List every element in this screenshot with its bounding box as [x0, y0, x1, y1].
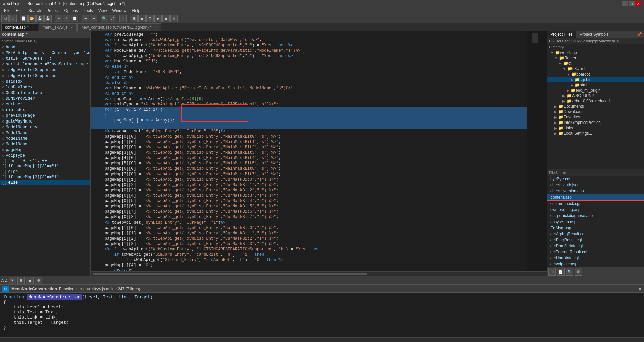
tree-local[interactable]: ▶📁Local Settings... — [547, 131, 644, 136]
save-button[interactable]: 💾 — [36, 15, 44, 22]
sym-if1[interactable]: {}if pageMap[1][3]=="1" — [0, 164, 90, 169]
menu-tools[interactable]: Tools — [81, 8, 96, 14]
menu-help[interactable]: Help — [129, 8, 143, 14]
back-button[interactable]: ◁ — [1, 15, 9, 22]
sym-modelname2[interactable]: ◇ModelName — [0, 136, 90, 141]
az-list[interactable]: ☰ — [26, 277, 34, 284]
sym-ddns[interactable]: ◇DDNSProvider — [0, 96, 90, 101]
tree-wsc-upnp[interactable]: ▶📁WSC_UPNP — [547, 93, 644, 98]
tab-project-symbols[interactable]: Project Symbols — [576, 31, 612, 38]
code-view[interactable]: var previousPage = ""; var gateWayName =… — [91, 31, 527, 271]
file-getvoip[interactable]: getvoipidle.asp — [547, 261, 644, 267]
sym-pageMap[interactable]: ◇pageMap — [0, 147, 90, 153]
file-getping[interactable]: getPingResult.cgi — [547, 237, 644, 243]
sym-else2[interactable]: {}else — [0, 180, 90, 185]
tree-html[interactable]: ▶📁html — [547, 82, 644, 88]
az-grid[interactable]: ⊞ — [17, 277, 25, 284]
tree-downloads[interactable]: ▶📁Downloads — [547, 109, 644, 114]
tab-content-asp[interactable]: content.asp * ✕ — [1, 23, 38, 31]
tb-extra3[interactable]: ⚙ — [146, 15, 154, 22]
editor-hscrollbar[interactable] — [91, 271, 547, 276]
tb-extra4[interactable]: ▶ — [154, 15, 162, 22]
undo-button[interactable]: ↩ — [82, 15, 89, 22]
tree-boaroot[interactable]: ▼📁boaroot — [547, 71, 644, 77]
right-panel-pin[interactable]: 📌 — [635, 31, 644, 38]
tree-zebra[interactable]: ▶📁zebra-0.93a_reduced — [547, 98, 644, 104]
menu-options[interactable]: Options — [61, 8, 80, 14]
tab-close-icon[interactable]: ✕ — [32, 26, 34, 29]
right-tb-3[interactable]: 🔍 — [566, 268, 573, 276]
sym-gatewayName[interactable]: ◇gateWayName — [0, 118, 90, 124]
open-button[interactable]: 📂 — [28, 15, 36, 22]
sym-title[interactable]: ◇title: SKYWORTH ; — [0, 56, 90, 61]
maximize-button[interactable]: □ — [629, 1, 635, 6]
sym-lanDevIndex[interactable]: ◇lanDevIndex — [0, 84, 90, 90]
menu-project[interactable]: Project — [44, 8, 61, 14]
az-settings[interactable]: ⚙ — [35, 277, 42, 284]
tree-ct[interactable]: ▼📁ct — [547, 61, 644, 66]
tree-webPage[interactable]: ▼📁webPage — [547, 50, 644, 55]
goto-button[interactable]: → — [119, 15, 127, 22]
file-gettrace[interactable]: getTracentResult.cgi — [547, 249, 644, 255]
file-cwmpsetting[interactable]: cwmpsetting.asp — [547, 207, 644, 213]
sym-isHguViettel2[interactable]: ◇isHguViettelSupported — [0, 73, 90, 79]
az-sort[interactable]: ▼ — [9, 277, 16, 284]
bottom-scrollbar[interactable] — [0, 337, 644, 342]
paste-button[interactable]: 📋 — [71, 15, 78, 22]
sym-ripIndex[interactable]: ◇ripIndex — [0, 107, 90, 113]
minimize-button[interactable]: — — [622, 1, 628, 6]
tb-extra6[interactable]: ⏸ — [170, 15, 178, 22]
right-tb-2[interactable]: 📄 — [557, 268, 565, 276]
right-tb-4[interactable]: ⚙ — [575, 268, 582, 276]
sym-modelname3[interactable]: ◇ModelName — [0, 141, 90, 147]
tab-menu-skyw[interactable]: menu_skyw.js ✕ — [39, 23, 77, 31]
redo-button[interactable]: ↪ — [90, 15, 97, 22]
sym-for[interactable]: {}for i=0;i<11;i++ — [0, 158, 90, 164]
file-getarping[interactable]: getArpingResult.cgi — [547, 231, 644, 237]
sym-previousPage[interactable]: ◇previousPage — [0, 113, 90, 118]
file-check-auth[interactable]: check_auth.json — [547, 182, 644, 188]
close-button[interactable]: ✕ — [635, 1, 641, 6]
menu-file[interactable]: File — [1, 8, 13, 14]
menu-window[interactable]: Window — [110, 8, 129, 14]
sym-isHguViettel1[interactable]: ◇isHguViettelSupported — [0, 67, 90, 73]
tb-extra1[interactable]: ⊞ — [130, 15, 138, 22]
file-getupnp[interactable]: getUpnpInfo.cgi — [547, 255, 644, 261]
find-button[interactable]: 🔍 — [101, 15, 108, 22]
tree-cgi-bin[interactable]: ▶📁cgi-bin — [547, 77, 644, 82]
tree-e8c_ml[interactable]: ▼📁e8c_ml — [547, 66, 644, 71]
right-tb-1[interactable]: ⊞ — [548, 268, 556, 276]
file-easysetup[interactable]: easysetup.asp — [547, 219, 644, 225]
file-diag[interactable]: diag-quickdiagnose.asp — [547, 213, 644, 219]
tab-project-files[interactable]: Project Files — [547, 31, 576, 38]
save-all-button[interactable]: 💾 — [44, 15, 52, 22]
file-errmsg[interactable]: ErrMsg.asp — [547, 225, 644, 231]
sym-head[interactable]: ◇head — [0, 44, 90, 50]
copy-button[interactable]: ⎘ — [63, 15, 70, 22]
tab-close-icon[interactable]: ✕ — [70, 26, 73, 29]
sym-voipType[interactable]: ◇voipType — [0, 153, 90, 158]
file-byebye[interactable]: byeBye.cgi — [547, 176, 644, 182]
sym-ssidIdx[interactable]: ◇ssidIdx — [0, 79, 90, 84]
tree-links[interactable]: ▶📁Links — [547, 125, 644, 131]
bottom-panel-close[interactable]: ✕ — [638, 286, 642, 292]
sym-modelname1[interactable]: ◇ModelName — [0, 130, 90, 136]
tb-extra2[interactable]: ☰ — [138, 15, 146, 22]
tree-documents[interactable]: ▶📁Documents — [547, 104, 644, 109]
cut-button[interactable]: ✂ — [55, 15, 62, 22]
tree-e8c_ml_origin[interactable]: ▶📁e8c_ml_origin — [547, 88, 644, 93]
replace-button[interactable]: ⇄ — [109, 15, 116, 22]
sym-meta[interactable]: ◇META http -equiv ="Content-Type *conten… — [0, 50, 90, 56]
file-getrom[interactable]: getRomfileInfo.cgi — [547, 243, 644, 249]
sym-modelname-dev[interactable]: ◇ModelName_dev — [0, 124, 90, 130]
tree-intel[interactable]: ▶📁IntelGraphicsProfiles — [547, 120, 644, 125]
sym-qos[interactable]: ◇QoSCurInterface — [0, 90, 90, 96]
forward-button[interactable]: ▷ — [9, 15, 17, 22]
tab-close-icon[interactable]: ✕ — [155, 26, 157, 29]
tab-new-content[interactable]: new_content.asp (C:\Users\...\cgi-bin) *… — [77, 23, 161, 31]
sym-script[interactable]: ◇script language ="JavaScript *type ="te… — [0, 61, 90, 67]
file-content-asp[interactable]: content.asp — [547, 194, 644, 201]
tb-extra5[interactable]: ⏹ — [162, 15, 170, 22]
file-check-version[interactable]: check_version.asp — [547, 188, 644, 194]
menu-edit[interactable]: Edit — [13, 8, 25, 14]
